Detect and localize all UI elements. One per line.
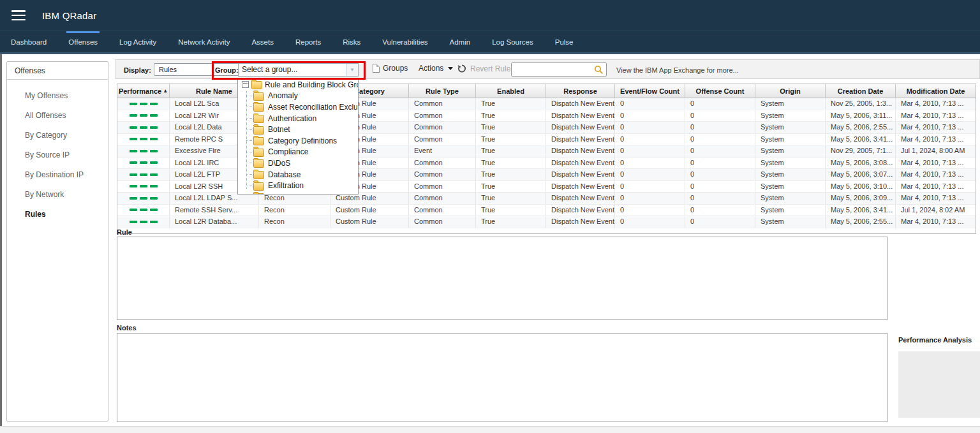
tab-admin[interactable]: Admin [439,31,482,52]
column-header-creation-date[interactable]: Creation Date [826,84,896,98]
performance-indicator [140,114,147,117]
group-option-label: Exfiltration [268,181,304,190]
cell-event-flow-count: 0 [615,158,685,169]
sidebar-item-by-category[interactable]: By Category [7,126,108,145]
group-tree-root[interactable]: Rule and Building Block Groups [238,79,358,91]
rule-section-label: Rule [117,228,132,236]
search-input[interactable] [514,64,593,77]
performance-indicator [140,161,147,164]
cell-modification-date: Mar 4, 2010, 7:13 ... [896,98,976,110]
cell-modification-date: Mar 4, 2010, 7:13 ... [896,216,976,228]
group-select[interactable]: Select a group... ▼ [238,63,359,77]
app-exchange-link[interactable]: View the IBM App Exchange for more... [616,66,739,74]
folder-icon [253,115,264,123]
tab-vulnerabilities[interactable]: Vulnerabilities [371,31,438,52]
cell-enabled: True [476,134,546,145]
group-option-d-dos[interactable]: D\DoS [238,158,358,169]
group-option-exploit[interactable]: Exploit [238,191,358,194]
group-option-botnet[interactable]: Botnet [238,124,358,135]
cell-performance [117,145,170,157]
performance-indicator [130,173,137,176]
tab-log-sources[interactable]: Log Sources [481,31,544,52]
performance-indicator [140,103,147,105]
cell-enabled: True [476,169,546,180]
actions-button[interactable]: Actions [419,64,453,73]
cell-response: Dispatch New Event [546,110,615,122]
cell-response: Dispatch New Event [546,98,615,110]
cell-enabled: True [476,122,546,133]
column-header-event-flow-count[interactable]: Event/Flow Count [615,84,685,98]
search-box [511,62,607,77]
table-row[interactable]: Local L2R Databa...ReconCustom RuleCommo… [117,216,976,228]
performance-analysis-label: Performance Analysis [898,336,972,344]
column-header-response[interactable]: Response [546,84,615,98]
sidebar-item-by-source-ip[interactable]: By Source IP [7,145,108,165]
tab-offenses[interactable]: Offenses [57,31,108,52]
group-option-category-definitions[interactable]: Category Definitions [238,135,358,147]
left-edge-strip [0,54,2,427]
folder-icon [253,149,264,157]
hamburger-menu-icon[interactable] [11,10,26,20]
column-header-performance[interactable]: Performance▲ [117,84,170,98]
tab-network-activity[interactable]: Network Activity [167,31,241,52]
sidebar-item-rules[interactable]: Rules [7,205,108,224]
sidebar-item-all-offenses[interactable]: All Offenses [7,106,108,126]
groups-button[interactable]: Groups [373,64,408,73]
cell-event-flow-count: 0 [615,98,685,110]
cell-creation-date: May 5, 2006, 2:55... [826,216,896,228]
group-tree-children: AnomalyAsset Reconciliation ExclusionAut… [238,91,358,194]
column-header-offense-count[interactable]: Offense Count [685,84,755,98]
cell-performance [117,158,170,169]
cell-origin: System [755,158,826,169]
cell-modification-date: Mar 4, 2010, 7:13 ... [896,193,976,204]
column-header-label: Event/Flow Count [620,87,679,95]
tab-assets[interactable]: Assets [241,31,285,52]
group-label: Group: [215,66,239,74]
folder-icon [253,137,264,145]
cell-offense-count: 0 [685,134,755,145]
group-option-exfiltration[interactable]: Exfiltration [238,180,358,191]
folder-icon [253,159,264,168]
column-header-modification-date[interactable]: Modification Date [896,84,976,98]
cell-modification-date: Mar 4, 2010, 7:13 ... [896,158,976,169]
sidebar-item-by-network[interactable]: By Network [7,185,108,205]
revert-icon [457,64,467,73]
sidebar-item-by-destination-ip[interactable]: By Destination IP [7,165,108,185]
group-option-asset-reconciliation-exclusion[interactable]: Asset Reconciliation Exclusion [238,101,358,113]
search-icon[interactable] [594,65,604,75]
performance-indicator [150,197,158,200]
group-option-anomaly[interactable]: Anomaly [238,91,358,102]
tab-dashboard[interactable]: Dashboard [0,31,57,52]
revert-rule-button[interactable]: Revert Rule [457,64,510,73]
cell-origin: System [755,110,826,122]
cell-modification-date: Mar 4, 2010, 7:13 ... [896,169,976,180]
group-option-authentication[interactable]: Authentication [238,113,358,124]
group-option-compliance[interactable]: Compliance [238,147,358,158]
cell-enabled: True [476,98,546,110]
sidebar-item-my-offenses[interactable]: My Offenses [7,86,108,106]
column-header-origin[interactable]: Origin [755,84,826,98]
cell-creation-date: May 5, 2006, 3:07... [826,169,896,180]
folder-icon [253,92,264,101]
tab-pulse[interactable]: Pulse [544,31,584,52]
performance-indicator [130,185,137,187]
cell-event-flow-count: 0 [615,134,685,145]
dropdown-arrow-button[interactable]: ▼ [346,64,358,76]
tab-log-activity[interactable]: Log Activity [108,31,167,52]
group-option-database[interactable]: Database [238,169,358,180]
column-header-rule-type[interactable]: Rule Type [409,84,476,98]
performance-indicator [150,173,158,176]
performance-indicator [130,103,137,105]
column-header-label: Rule Name [196,87,232,95]
cell-offense-count: 0 [685,181,755,193]
column-header-enabled[interactable]: Enabled [476,84,546,98]
tab-reports[interactable]: Reports [285,31,332,52]
tab-risks[interactable]: Risks [332,31,371,52]
cell-modification-date: Mar 4, 2010, 7:13 ... [896,122,976,133]
folder-icon [253,182,264,191]
performance-indicator [150,126,158,129]
collapse-toggle-icon[interactable] [242,81,249,88]
cell-offense-count: 0 [685,216,755,228]
table-row[interactable]: Remote SSH Serv...ReconCustom RuleCommon… [117,205,976,217]
cell-performance [117,110,170,122]
